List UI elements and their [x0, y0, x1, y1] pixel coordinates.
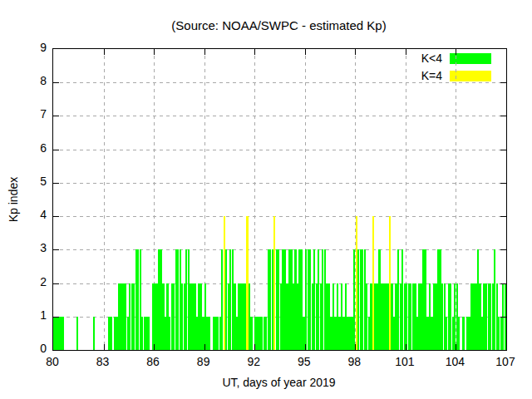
kp-bar	[265, 317, 267, 350]
h-gridline	[53, 150, 506, 150]
y-tick-label: 1	[15, 308, 47, 322]
axis-tick	[355, 49, 356, 55]
axis-tick	[154, 49, 155, 55]
axis-tick	[154, 344, 155, 350]
axis-tick	[53, 216, 59, 217]
kp-bar	[250, 317, 253, 350]
kp-bar	[362, 249, 363, 350]
axis-tick	[500, 317, 506, 318]
kp-bar	[353, 249, 355, 350]
x-tick-label: 104	[438, 355, 471, 368]
kp-bar	[278, 249, 279, 350]
kp-bar	[217, 317, 219, 350]
axis-tick	[500, 249, 506, 250]
kp-bar	[148, 317, 150, 350]
axis-tick	[254, 49, 255, 55]
x-tick-label: 89	[187, 355, 220, 368]
kp-bar	[441, 283, 443, 350]
kp-bar	[169, 317, 170, 350]
y-tick-label: 9	[15, 41, 47, 54]
kp-bar	[410, 283, 411, 350]
axis-tick	[500, 150, 506, 150]
kp-bar	[173, 283, 175, 350]
axis-tick	[305, 49, 306, 55]
kp-bar	[225, 249, 227, 350]
kp-bar	[141, 317, 143, 350]
x-tick-label: 92	[237, 355, 270, 368]
axis-tick	[500, 116, 506, 116]
kp-bar	[366, 283, 367, 350]
axis-tick	[204, 344, 205, 350]
legend-label-klt4: K<4	[421, 53, 442, 64]
y-tick-label: 5	[15, 175, 47, 188]
kp-bar	[110, 317, 112, 350]
kp-bar	[357, 249, 359, 350]
axis-tick	[406, 49, 406, 55]
axis-tick	[355, 344, 356, 350]
y-tick-label: 8	[15, 74, 47, 87]
h-gridline	[53, 183, 506, 184]
kp-bar	[269, 249, 271, 350]
axis-tick	[500, 283, 506, 284]
kp-bar	[209, 317, 210, 350]
h-gridline	[53, 216, 506, 217]
kp-bar	[446, 317, 447, 350]
kp-bar	[76, 317, 78, 350]
kp-bar	[401, 249, 403, 350]
x-tick-label: 83	[86, 355, 120, 368]
x-axis-label: UT, days of year 2019	[52, 376, 505, 389]
axis-tick	[500, 183, 506, 184]
x-tick-label: 80	[36, 355, 69, 368]
kp-bar	[93, 317, 95, 350]
kp-bar	[450, 283, 451, 350]
y-tick-label: 7	[15, 107, 47, 121]
axis-tick	[53, 283, 59, 284]
kp-bar	[133, 283, 135, 350]
axis-tick	[500, 82, 506, 83]
kp-bar	[498, 317, 500, 350]
axis-tick	[254, 344, 255, 350]
kp-bar	[309, 249, 311, 350]
axis-tick	[53, 317, 59, 318]
axis-tick	[204, 49, 205, 55]
kp-bar	[177, 249, 179, 350]
y-tick-label: 6	[15, 141, 47, 155]
kp-bar	[221, 249, 223, 350]
y-tick-label: 3	[15, 241, 47, 254]
kp-bar	[185, 249, 187, 350]
kp-bar	[462, 317, 465, 350]
axis-tick	[53, 249, 59, 250]
y-tick-label: 2	[15, 275, 47, 288]
legend-label-keq4: K=4	[421, 71, 442, 81]
kp-bar	[305, 249, 307, 350]
kp-bar	[62, 317, 64, 350]
kp-bar	[322, 249, 323, 350]
kp-bar	[485, 283, 487, 350]
axis-tick	[53, 116, 59, 116]
y-tick-label: 0	[15, 342, 47, 355]
v-gridline	[104, 49, 105, 350]
x-tick-label: 101	[388, 355, 421, 368]
v-gridline	[254, 49, 255, 350]
axis-tick	[500, 216, 506, 217]
axis-tick	[406, 344, 406, 350]
axis-tick	[53, 150, 59, 150]
kp-bar	[229, 249, 231, 350]
axis-tick	[456, 49, 456, 55]
kp-chart: (Source: NOAA/SWPC - estimated Kp) Kp in…	[0, 0, 532, 399]
axis-tick	[104, 49, 105, 55]
axis-tick	[53, 183, 59, 184]
h-gridline	[53, 82, 506, 83]
plot-area: K<4 K=4	[52, 48, 507, 351]
kp-bar	[458, 317, 460, 350]
kp-bar	[397, 249, 399, 350]
kp-bar	[454, 283, 456, 350]
kp-bar	[490, 283, 491, 350]
kp-bar	[181, 283, 183, 350]
chart-title: (Source: NOAA/SWPC - estimated Kp)	[52, 18, 505, 32]
kp-bar	[406, 283, 407, 350]
kp-bar	[318, 249, 319, 350]
y-tick-label: 4	[15, 208, 47, 221]
kp-bar	[129, 283, 131, 350]
x-tick-label: 86	[136, 355, 170, 368]
